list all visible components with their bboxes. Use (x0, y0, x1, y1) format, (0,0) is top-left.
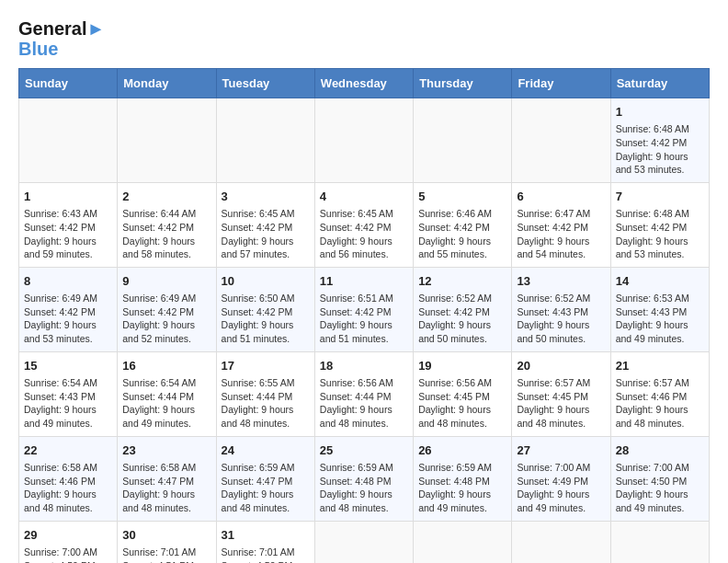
day-number: 13 (517, 273, 605, 290)
day-info: Sunrise: 6:57 AMSunset: 4:46 PMDaylight:… (616, 376, 704, 431)
day-number: 29 (24, 527, 112, 544)
calendar-cell: 18Sunrise: 6:56 AMSunset: 4:44 PMDayligh… (314, 351, 413, 436)
calendar-cell: 7Sunrise: 6:48 AMSunset: 4:42 PMDaylight… (610, 182, 709, 267)
day-number: 20 (517, 358, 605, 374)
calendar-cell (610, 521, 709, 563)
calendar-cell: 1Sunrise: 6:43 AMSunset: 4:42 PMDaylight… (19, 182, 118, 267)
day-info: Sunrise: 6:48 AMSunset: 4:42 PMDaylight:… (616, 122, 704, 177)
calendar-cell: 4Sunrise: 6:45 AMSunset: 4:42 PMDaylight… (314, 182, 413, 267)
page-header: General► Blue (18, 18, 710, 59)
calendar-cell: 11Sunrise: 6:51 AMSunset: 4:42 PMDayligh… (314, 267, 413, 351)
calendar-cell: 30Sunrise: 7:01 AMSunset: 4:51 PMDayligh… (118, 521, 216, 563)
day-number: 9 (122, 273, 210, 290)
day-number: 26 (418, 442, 506, 459)
day-number: 12 (418, 273, 506, 290)
day-number: 7 (616, 189, 704, 205)
calendar-cell: 6Sunrise: 6:47 AMSunset: 4:42 PMDaylight… (512, 182, 610, 267)
day-info: Sunrise: 6:49 AMSunset: 4:42 PMDaylight:… (122, 292, 210, 346)
calendar-cell (512, 521, 610, 563)
day-number: 1 (616, 104, 704, 121)
day-number: 1 (24, 189, 112, 205)
day-info: Sunrise: 6:49 AMSunset: 4:42 PMDaylight:… (24, 292, 112, 346)
calendar-cell: 26Sunrise: 6:59 AMSunset: 4:48 PMDayligh… (414, 436, 512, 521)
day-info: Sunrise: 6:52 AMSunset: 4:43 PMDaylight:… (517, 292, 605, 346)
calendar-cell: 31Sunrise: 7:01 AMSunset: 4:52 PMDayligh… (216, 521, 314, 563)
calendar-cell: 5Sunrise: 6:46 AMSunset: 4:42 PMDaylight… (414, 182, 512, 267)
day-number: 30 (122, 527, 210, 544)
day-info: Sunrise: 6:56 AMSunset: 4:44 PMDaylight:… (320, 376, 408, 431)
col-header-thursday: Thursday (414, 69, 512, 98)
calendar-cell (216, 98, 314, 183)
day-number: 10 (222, 273, 310, 290)
day-info: Sunrise: 6:59 AMSunset: 4:48 PMDaylight:… (320, 461, 408, 515)
calendar-cell: 10Sunrise: 6:50 AMSunset: 4:42 PMDayligh… (216, 267, 314, 351)
calendar-cell (512, 98, 610, 183)
day-number: 21 (616, 358, 704, 374)
calendar-cell (314, 521, 413, 563)
day-number: 22 (24, 442, 112, 459)
day-info: Sunrise: 6:52 AMSunset: 4:42 PMDaylight:… (418, 292, 506, 346)
col-header-tuesday: Tuesday (216, 69, 314, 98)
day-number: 28 (616, 442, 704, 459)
day-info: Sunrise: 6:54 AMSunset: 4:44 PMDaylight:… (122, 376, 210, 431)
calendar-cell: 2Sunrise: 6:44 AMSunset: 4:42 PMDaylight… (118, 182, 216, 267)
calendar-cell: 9Sunrise: 6:49 AMSunset: 4:42 PMDaylight… (118, 267, 216, 351)
day-info: Sunrise: 6:54 AMSunset: 4:43 PMDaylight:… (24, 376, 112, 431)
day-number: 19 (418, 358, 506, 374)
day-number: 3 (222, 189, 310, 205)
calendar-week-row: 29Sunrise: 7:00 AMSunset: 4:50 PMDayligh… (19, 521, 710, 563)
day-number: 4 (320, 189, 408, 205)
day-info: Sunrise: 6:55 AMSunset: 4:44 PMDaylight:… (222, 376, 310, 431)
day-info: Sunrise: 7:00 AMSunset: 4:50 PMDaylight:… (24, 546, 112, 563)
day-info: Sunrise: 6:57 AMSunset: 4:45 PMDaylight:… (517, 376, 605, 431)
calendar-cell (314, 98, 413, 183)
calendar-cell: 12Sunrise: 6:52 AMSunset: 4:42 PMDayligh… (414, 267, 512, 351)
day-info: Sunrise: 6:43 AMSunset: 4:42 PMDaylight:… (24, 207, 112, 261)
calendar-cell: 3Sunrise: 6:45 AMSunset: 4:42 PMDaylight… (216, 182, 314, 267)
col-header-wednesday: Wednesday (314, 69, 413, 98)
day-number: 18 (320, 358, 408, 374)
day-number: 14 (616, 273, 704, 290)
calendar-cell: 22Sunrise: 6:58 AMSunset: 4:46 PMDayligh… (19, 436, 118, 521)
day-number: 8 (24, 273, 112, 290)
day-info: Sunrise: 6:56 AMSunset: 4:45 PMDaylight:… (418, 376, 506, 431)
day-number: 25 (320, 442, 408, 459)
day-info: Sunrise: 6:46 AMSunset: 4:42 PMDaylight:… (418, 207, 506, 261)
day-info: Sunrise: 7:00 AMSunset: 4:49 PMDaylight:… (517, 461, 605, 515)
day-number: 15 (24, 358, 112, 374)
day-info: Sunrise: 6:58 AMSunset: 4:46 PMDaylight:… (24, 461, 112, 515)
day-number: 6 (517, 189, 605, 205)
day-number: 31 (222, 527, 310, 544)
calendar-table: SundayMondayTuesdayWednesdayThursdayFrid… (18, 68, 710, 563)
day-info: Sunrise: 6:45 AMSunset: 4:42 PMDaylight:… (222, 207, 310, 261)
day-info: Sunrise: 6:51 AMSunset: 4:42 PMDaylight:… (320, 292, 408, 346)
day-number: 27 (517, 442, 605, 459)
col-header-monday: Monday (118, 69, 216, 98)
calendar-week-row: 1Sunrise: 6:48 AMSunset: 4:42 PMDaylight… (19, 98, 710, 183)
calendar-cell (414, 98, 512, 183)
calendar-cell: 24Sunrise: 6:59 AMSunset: 4:47 PMDayligh… (216, 436, 314, 521)
col-header-sunday: Sunday (19, 69, 118, 98)
day-info: Sunrise: 6:48 AMSunset: 4:42 PMDaylight:… (616, 207, 704, 261)
day-number: 17 (222, 358, 310, 374)
day-number: 11 (320, 273, 408, 290)
day-info: Sunrise: 6:58 AMSunset: 4:47 PMDaylight:… (122, 461, 210, 515)
col-header-friday: Friday (512, 69, 610, 98)
calendar-cell: 25Sunrise: 6:59 AMSunset: 4:48 PMDayligh… (314, 436, 413, 521)
calendar-cell: 8Sunrise: 6:49 AMSunset: 4:42 PMDaylight… (19, 267, 118, 351)
calendar-week-row: 1Sunrise: 6:43 AMSunset: 4:42 PMDaylight… (19, 182, 710, 267)
logo: General► Blue (18, 18, 105, 59)
calendar-cell: 17Sunrise: 6:55 AMSunset: 4:44 PMDayligh… (216, 351, 314, 436)
calendar-cell: 27Sunrise: 7:00 AMSunset: 4:49 PMDayligh… (512, 436, 610, 521)
calendar-week-row: 15Sunrise: 6:54 AMSunset: 4:43 PMDayligh… (19, 351, 710, 436)
calendar-cell (118, 98, 216, 183)
day-number: 16 (122, 358, 210, 374)
day-info: Sunrise: 6:59 AMSunset: 4:47 PMDaylight:… (222, 461, 310, 515)
day-info: Sunrise: 7:01 AMSunset: 4:52 PMDaylight:… (222, 546, 310, 563)
calendar-cell (414, 521, 512, 563)
day-info: Sunrise: 6:44 AMSunset: 4:42 PMDaylight:… (122, 207, 210, 261)
calendar-cell: 21Sunrise: 6:57 AMSunset: 4:46 PMDayligh… (610, 351, 709, 436)
calendar-cell: 20Sunrise: 6:57 AMSunset: 4:45 PMDayligh… (512, 351, 610, 436)
day-number: 23 (122, 442, 210, 459)
day-info: Sunrise: 7:01 AMSunset: 4:51 PMDaylight:… (122, 546, 210, 563)
